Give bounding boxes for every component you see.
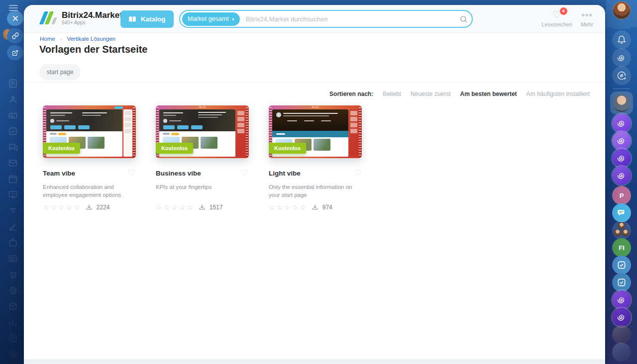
analytics-icon[interactable] <box>8 317 18 327</box>
notifications-button[interactable] <box>612 30 631 49</box>
chat-initial: P <box>620 192 624 199</box>
external-link-icon <box>12 50 18 56</box>
chat-initial: FI <box>619 244 625 252</box>
downloads-count: 974 <box>322 204 332 211</box>
documents-icon[interactable] <box>8 79 18 89</box>
tasks-chat-item[interactable] <box>612 273 631 292</box>
downloads-icon <box>86 204 93 211</box>
copilot-chat-item[interactable] <box>612 114 631 133</box>
thumb-widget-column <box>236 109 245 157</box>
favorite-heart-icon[interactable]: ♡ <box>128 169 136 177</box>
cart-icon[interactable] <box>8 270 18 279</box>
avatar-photo <box>612 343 631 362</box>
search-submit-button[interactable] <box>455 11 472 26</box>
chat-sync-icon <box>617 71 627 81</box>
calendar-icon[interactable] <box>8 174 18 184</box>
favorite-heart-icon[interactable]: ♡ <box>354 169 362 177</box>
brand-name: Bitrix24.Market <box>62 10 122 20</box>
target-icon[interactable] <box>8 285 18 295</box>
sort-option-popular[interactable]: Beliebt <box>383 91 401 97</box>
copilot-chat-item[interactable] <box>612 166 631 185</box>
sort-option-most-installed[interactable]: Am häufigsten installiert <box>527 91 590 97</box>
sort-option-best-rated[interactable]: Am besten bewertet <box>460 91 517 97</box>
chat-item-photo[interactable] <box>612 343 631 362</box>
copilot-spiral-icon <box>617 295 627 305</box>
app-stats: ☆☆☆☆☆ 1517 <box>156 203 249 211</box>
copilot-chat-item[interactable] <box>612 149 631 168</box>
chat-item-messenger[interactable] <box>612 203 631 222</box>
app-card-business-vibe: 11:11 <box>156 105 249 211</box>
rating-stars[interactable]: ☆☆☆☆☆ <box>269 203 308 211</box>
breadcrumb-home-link[interactable]: Home <box>40 36 55 42</box>
chat-item-fi[interactable]: FI <box>612 238 631 257</box>
rating-stars[interactable]: ☆☆☆☆☆ <box>156 203 195 211</box>
downloads-count: 1517 <box>210 204 223 211</box>
app-card-team-vibe: Kostenlos Team vibe ♡ Enhanced collabora… <box>43 105 136 211</box>
catalog-button-label: Katalog <box>141 15 166 23</box>
messenger-button[interactable] <box>612 66 631 85</box>
chat-bubbles-icon <box>617 208 627 218</box>
workspace-icon[interactable] <box>8 238 18 248</box>
tasks-icon[interactable] <box>8 126 18 136</box>
package-icon[interactable] <box>8 301 18 311</box>
app-stats: ☆☆☆☆☆ 2224 <box>43 203 136 211</box>
app-thumbnail[interactable]: Kostenlos <box>43 105 136 158</box>
copilot-button[interactable] <box>612 48 631 67</box>
sort-option-newest[interactable]: Neueste zuerst <box>411 91 451 97</box>
avatar-photo <box>612 325 631 344</box>
presentation-icon[interactable] <box>8 190 18 200</box>
copilot-spiral-icon <box>617 136 627 146</box>
favorite-heart-icon[interactable]: ♡ <box>241 169 249 177</box>
bookmarks-label: Lesezeichen <box>541 21 572 27</box>
app-title[interactable]: Business vibe <box>156 170 201 177</box>
funnel-icon[interactable] <box>8 206 18 216</box>
chat-item-p[interactable]: P <box>612 186 631 205</box>
recent-chat-active[interactable] <box>610 91 633 114</box>
employees-icon[interactable] <box>8 94 18 104</box>
tasks-chat-item[interactable] <box>612 256 631 274</box>
left-sidebar <box>0 0 24 364</box>
sign-icon[interactable] <box>8 222 18 232</box>
thumb-clock: 11:11 <box>156 105 249 109</box>
slider-close-button[interactable] <box>7 11 23 26</box>
thumb-widget-column <box>123 109 132 157</box>
bitrix24-logo-icon <box>39 10 57 26</box>
close-icon <box>12 15 18 21</box>
bitrix24-workspace: P FI Bitrix24.Market 640+ Apps Katal <box>0 0 637 364</box>
market-brand[interactable]: Bitrix24.Market 640+ Apps <box>39 10 122 26</box>
free-badge: Kostenlos <box>269 143 306 154</box>
breadcrumb-section-link[interactable]: Vertikale Lösungen <box>67 36 115 42</box>
app-title[interactable]: Team vibe <box>43 170 75 177</box>
more-button[interactable]: ••• Mehr <box>581 9 593 27</box>
rating-stars[interactable]: ☆☆☆☆☆ <box>43 203 82 211</box>
photo-strip <box>133 107 135 157</box>
contact-card-icon[interactable] <box>8 254 18 264</box>
drive-icon[interactable] <box>8 110 18 120</box>
chat-icon[interactable] <box>8 142 18 152</box>
app-stats: ☆☆☆☆☆ 974 <box>269 203 362 211</box>
keypad-icon[interactable] <box>8 333 18 343</box>
mail-icon[interactable] <box>8 158 18 168</box>
copilot-spiral-icon <box>617 312 627 322</box>
search-scope-dropdown[interactable]: Market gesamt ▾ <box>182 12 240 26</box>
breadcrumb-separator: › <box>60 36 62 42</box>
market-search-bar: Market gesamt ▾ <box>179 10 473 28</box>
bookmarks-button[interactable]: ♡ 4 Lesezeichen <box>541 9 572 27</box>
copy-link-button[interactable] <box>7 28 23 43</box>
open-new-window-button[interactable] <box>7 45 23 60</box>
tag-chip-start-page[interactable]: start page <box>39 64 81 80</box>
copilot-chat-item[interactable] <box>612 308 631 327</box>
thumb-widget-column <box>349 109 358 157</box>
user-avatar[interactable] <box>613 1 631 19</box>
catalog-button[interactable]: Katalog <box>120 10 174 28</box>
chat-item-photo[interactable] <box>612 325 631 344</box>
search-input[interactable] <box>240 15 455 23</box>
app-title[interactable]: Light vibe <box>269 170 301 177</box>
copilot-chat-item[interactable] <box>612 131 631 150</box>
copilot-chat-item[interactable] <box>612 290 631 309</box>
settings-gear-icon[interactable] <box>8 349 18 359</box>
more-dots-icon: ••• <box>581 9 593 20</box>
app-thumbnail[interactable]: 11:11 Kostenlos <box>269 105 362 158</box>
group-chat-item[interactable] <box>612 221 631 240</box>
app-thumbnail[interactable]: 11:11 <box>156 105 249 158</box>
